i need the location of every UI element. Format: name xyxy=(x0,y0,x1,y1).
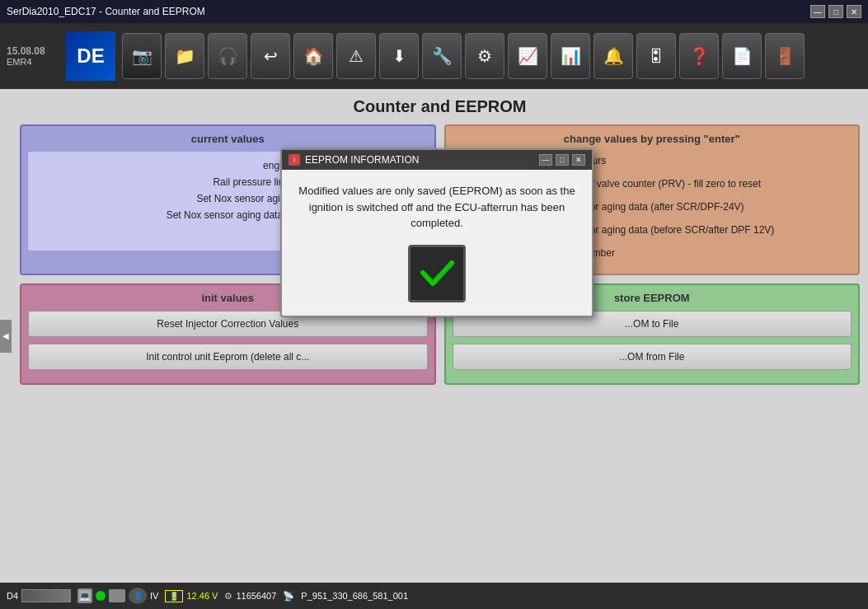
engine-number-status: 11656407 xyxy=(236,591,276,601)
headset-icon[interactable]: 🎧 xyxy=(208,33,247,79)
modal-title: EEPROM INFORMATION xyxy=(305,154,419,166)
profile-label: D4 xyxy=(7,591,18,601)
toolbar-unit: EMR4 xyxy=(7,57,56,67)
toolbar-info: 15.08.08 EMR4 xyxy=(7,45,56,67)
maximize-button[interactable]: □ xyxy=(828,5,843,18)
wrench-icon[interactable]: 🔧 xyxy=(422,33,462,79)
change-values-title: change values by pressing "enter" xyxy=(453,133,852,145)
camera-icon[interactable]: 📷 xyxy=(122,33,162,79)
eeprom-from-file-button[interactable]: ...OM from File xyxy=(453,344,852,370)
close-button[interactable]: ✕ xyxy=(847,5,861,18)
toolbar: 15.08.08 EMR4 DE 📷 📁 🎧 ↩ 🏠 ⚠ ⬇ 🔧 ⚙ 📈 📊 🔔… xyxy=(0,23,868,89)
wifi-item: 📡 xyxy=(283,591,294,602)
eeprom-info-modal: i EEPROM INFORMATION — □ ✕ Modified valu… xyxy=(280,148,594,317)
window-controls: — □ ✕ xyxy=(810,5,861,18)
modal-icon: i xyxy=(289,154,300,166)
modal-close-button[interactable]: ✕ xyxy=(572,154,585,166)
checkmark-icon xyxy=(419,255,456,292)
current-values-title: current values xyxy=(28,133,428,145)
connection-indicator xyxy=(96,591,106,601)
modal-title-bar: i EEPROM INFORMATION — □ ✕ xyxy=(282,150,592,170)
download-icon[interactable]: ⬇ xyxy=(379,33,419,79)
init-eeprom-button[interactable]: Init control unit Eeprom (delete all c..… xyxy=(28,344,428,370)
connection-label: IV xyxy=(150,591,158,601)
modal-body: Modified values are only saved (EEPROM) … xyxy=(282,170,592,316)
folder-icon[interactable]: 📁 xyxy=(165,33,204,79)
modal-maximize-button[interactable]: □ xyxy=(556,154,569,166)
gauge-icon[interactable]: 📊 xyxy=(551,33,590,79)
warning-icon[interactable]: ⚠ xyxy=(336,33,376,79)
modal-title-area: i EEPROM INFORMATION xyxy=(289,154,419,166)
status-bar: D4 💻 👤 IV 🔋 12.46 V ⚙ 11656407 📡 P_951_3… xyxy=(0,583,868,609)
window-title: SerDia2010_EDC17 - Counter and EEPROM xyxy=(7,6,205,17)
document-icon[interactable]: 📄 xyxy=(722,33,762,79)
gear-icon[interactable]: ⚙ xyxy=(465,33,504,79)
battery-item: 🔋 12.46 V xyxy=(165,590,218,602)
battery-voltage: 12.46 V xyxy=(186,591,218,601)
toolbar-time: 15.08.08 xyxy=(7,45,56,57)
door-icon[interactable]: 🚪 xyxy=(765,33,805,79)
minimize-button[interactable]: — xyxy=(810,5,825,18)
battery-label: 🔋 xyxy=(165,590,183,602)
profile-item: D4 xyxy=(7,589,71,602)
help-icon[interactable]: ❓ xyxy=(679,33,719,79)
version-label: P_951_330_686_581_001 xyxy=(301,591,408,601)
title-bar: SerDia2010_EDC17 - Counter and EEPROM — … xyxy=(0,0,868,23)
logo: DE xyxy=(66,31,115,81)
home-icon[interactable]: 🏠 xyxy=(293,33,333,79)
engine-num-item: ⚙ 11656407 xyxy=(224,591,276,602)
modal-minimize-button[interactable]: — xyxy=(539,154,552,166)
modal-message: Modified values are only saved (EEPROM) … xyxy=(295,183,579,232)
connection-item: 💻 👤 IV xyxy=(77,588,158,604)
side-arrow[interactable]: ◀ xyxy=(0,320,12,353)
sliders-icon[interactable]: 🎛 xyxy=(636,33,676,79)
back-icon[interactable]: ↩ xyxy=(251,33,290,79)
alert-icon[interactable]: 🔔 xyxy=(594,33,633,79)
version-item: P_951_330_686_581_001 xyxy=(301,591,408,601)
page-title: Counter and EEPROM xyxy=(20,97,860,116)
modal-controls: — □ ✕ xyxy=(539,154,585,166)
modal-checkmark xyxy=(408,245,466,302)
chart-icon[interactable]: 📈 xyxy=(508,33,547,79)
